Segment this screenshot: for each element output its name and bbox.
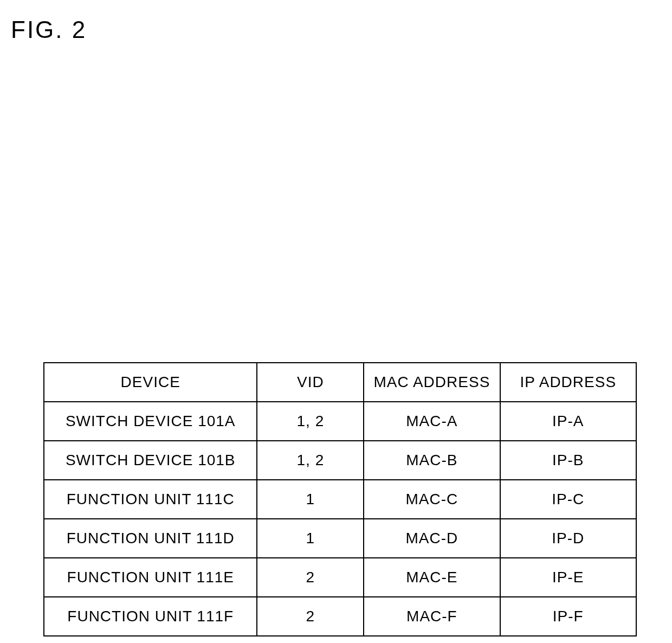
header-device: DEVICE: [44, 363, 257, 402]
cell-device: SWITCH DEVICE 101A: [44, 402, 257, 441]
table-row: FUNCTION UNIT 111F 2 MAC-F IP-F: [44, 597, 636, 636]
cell-mac: MAC-D: [364, 519, 500, 558]
cell-vid: 1: [257, 519, 364, 558]
cell-vid: 1, 2: [257, 402, 364, 441]
cell-vid: 1: [257, 480, 364, 519]
cell-vid: 2: [257, 597, 364, 636]
cell-vid: 2: [257, 558, 364, 597]
table-row: SWITCH DEVICE 101B 1, 2 MAC-B IP-B: [44, 441, 636, 480]
cell-ip: IP-F: [500, 597, 636, 636]
cell-ip: IP-E: [500, 558, 636, 597]
cell-ip: IP-A: [500, 402, 636, 441]
table-header-row: DEVICE VID MAC ADDRESS IP ADDRESS: [44, 363, 636, 402]
table-row: FUNCTION UNIT 111D 1 MAC-D IP-D: [44, 519, 636, 558]
table-row: FUNCTION UNIT 111E 2 MAC-E IP-E: [44, 558, 636, 597]
table-row: SWITCH DEVICE 101A 1, 2 MAC-A IP-A: [44, 402, 636, 441]
figure-label: FIG. 2: [11, 16, 87, 43]
cell-device: FUNCTION UNIT 111F: [44, 597, 257, 636]
cell-mac: MAC-A: [364, 402, 500, 441]
table-row: FUNCTION UNIT 111C 1 MAC-C IP-C: [44, 480, 636, 519]
header-mac: MAC ADDRESS: [364, 363, 500, 402]
cell-mac: MAC-B: [364, 441, 500, 480]
header-ip: IP ADDRESS: [500, 363, 636, 402]
device-table: DEVICE VID MAC ADDRESS IP ADDRESS SWITCH…: [43, 362, 637, 636]
device-table-container: DEVICE VID MAC ADDRESS IP ADDRESS SWITCH…: [43, 362, 637, 636]
cell-mac: MAC-E: [364, 558, 500, 597]
cell-mac: MAC-F: [364, 597, 500, 636]
cell-device: SWITCH DEVICE 101B: [44, 441, 257, 480]
cell-device: FUNCTION UNIT 111E: [44, 558, 257, 597]
cell-ip: IP-C: [500, 480, 636, 519]
header-vid: VID: [257, 363, 364, 402]
cell-device: FUNCTION UNIT 111D: [44, 519, 257, 558]
cell-ip: IP-B: [500, 441, 636, 480]
cell-vid: 1, 2: [257, 441, 364, 480]
cell-mac: MAC-C: [364, 480, 500, 519]
cell-device: FUNCTION UNIT 111C: [44, 480, 257, 519]
cell-ip: IP-D: [500, 519, 636, 558]
